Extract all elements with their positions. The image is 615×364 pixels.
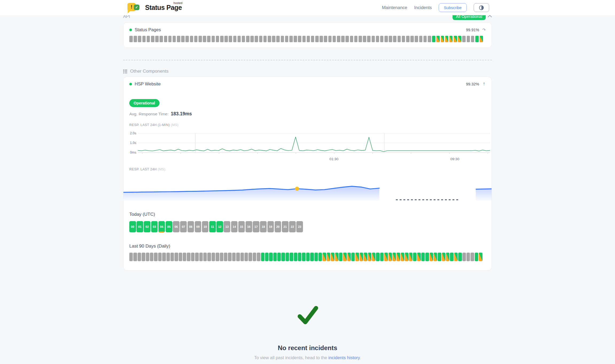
day-block[interactable] — [228, 253, 231, 261]
day-block[interactable] — [216, 253, 219, 261]
hour-block[interactable]: 03 — [151, 221, 158, 232]
uptime-bar[interactable] — [159, 36, 163, 42]
uptime-bar[interactable] — [480, 36, 483, 42]
uptime-bar[interactable] — [406, 36, 410, 42]
uptime-bar[interactable] — [255, 36, 258, 42]
uptime-bar[interactable] — [229, 36, 232, 42]
uptime-bar[interactable] — [177, 36, 180, 42]
uptime-bar[interactable] — [428, 36, 431, 42]
uptime-bar[interactable] — [350, 36, 353, 42]
uptime-bar[interactable] — [462, 36, 466, 42]
day-block[interactable] — [187, 253, 190, 261]
day-block[interactable] — [413, 253, 417, 261]
day-block[interactable] — [322, 253, 326, 261]
collapse-arrow-icon[interactable]: ⇡ — [482, 82, 486, 86]
day-block[interactable] — [318, 253, 322, 261]
day-block[interactable] — [454, 253, 458, 261]
uptime-bar[interactable] — [207, 36, 211, 42]
uptime-bar[interactable] — [337, 36, 340, 42]
uptime-bar[interactable] — [151, 36, 154, 42]
day-block[interactable] — [162, 253, 166, 261]
uptime-bar[interactable] — [376, 36, 379, 42]
uptime-bar[interactable] — [436, 36, 440, 42]
uptime-bar[interactable] — [268, 36, 271, 42]
day-block[interactable] — [158, 253, 162, 261]
uptime-bar[interactable] — [147, 36, 150, 42]
hour-block[interactable]: 12 — [216, 221, 223, 232]
day-block[interactable] — [142, 253, 145, 261]
day-block[interactable] — [347, 253, 351, 261]
uptime-bar[interactable] — [384, 36, 388, 42]
hour-block[interactable]: 17 — [253, 221, 259, 232]
uptime-bar[interactable] — [328, 36, 332, 42]
uptime-bar[interactable] — [276, 36, 280, 42]
day-block[interactable] — [265, 253, 268, 261]
uptime-bar[interactable] — [402, 36, 405, 42]
uptime-bar[interactable] — [307, 36, 310, 42]
hour-block[interactable]: 01 — [137, 221, 143, 232]
hour-block[interactable]: 15 — [238, 221, 245, 232]
day-block[interactable] — [442, 253, 445, 261]
day-block[interactable] — [170, 253, 174, 261]
hour-block[interactable]: 02 — [144, 221, 150, 232]
day-block[interactable] — [261, 253, 264, 261]
uptime-bar[interactable] — [315, 36, 319, 42]
uptime-bar[interactable] — [389, 36, 392, 42]
uptime-bar[interactable] — [289, 36, 293, 42]
uptime-bar[interactable] — [458, 36, 461, 42]
day-block[interactable] — [146, 253, 149, 261]
uptime-bar[interactable] — [302, 36, 306, 42]
day-block[interactable] — [335, 253, 338, 261]
uptime-bar[interactable] — [164, 36, 168, 42]
day-block[interactable] — [195, 253, 198, 261]
day-block[interactable] — [479, 253, 482, 261]
day-block[interactable] — [203, 253, 207, 261]
uptime-bar[interactable] — [372, 36, 375, 42]
hour-block[interactable]: 10 — [202, 221, 209, 232]
day-block[interactable] — [306, 253, 310, 261]
uptime-bar[interactable] — [263, 36, 267, 42]
day-block[interactable] — [212, 253, 215, 261]
day-block[interactable] — [253, 253, 256, 261]
day-block[interactable] — [425, 253, 429, 261]
uptime-bar[interactable] — [216, 36, 219, 42]
subscribe-button[interactable]: Subscribe — [439, 3, 467, 12]
uptime-bar[interactable] — [454, 36, 457, 42]
uptime-bar[interactable] — [203, 36, 206, 42]
hour-block[interactable]: 05 — [166, 221, 172, 232]
day-block[interactable] — [133, 253, 137, 261]
hour-block[interactable]: 23 — [296, 221, 303, 232]
hour-block[interactable]: 07 — [180, 221, 187, 232]
day-block[interactable] — [191, 253, 194, 261]
day-block[interactable] — [174, 253, 178, 261]
hour-block[interactable]: 04 — [158, 221, 165, 232]
uptime-bar[interactable] — [320, 36, 323, 42]
day-block[interactable] — [281, 253, 285, 261]
day-block[interactable] — [240, 253, 244, 261]
hour-block[interactable]: 16 — [246, 221, 252, 232]
hour-block[interactable]: 11 — [209, 221, 216, 232]
day-block[interactable] — [401, 253, 404, 261]
day-block[interactable] — [343, 253, 347, 261]
uptime-bar[interactable] — [354, 36, 358, 42]
day-block[interactable] — [388, 253, 392, 261]
day-block[interactable] — [384, 253, 388, 261]
hour-block[interactable]: 13 — [224, 221, 230, 232]
uptime-bar[interactable] — [441, 36, 444, 42]
hour-block[interactable]: 20 — [275, 221, 281, 232]
uptime-bar[interactable] — [198, 36, 202, 42]
day-block[interactable] — [179, 253, 182, 261]
uptime-bar[interactable] — [194, 36, 198, 42]
chevron-up-icon[interactable] — [488, 15, 492, 19]
day-block[interactable] — [220, 253, 223, 261]
response-time-line-chart[interactable]: 2.0s1.0s0ms01:3009:30 — [129, 130, 490, 161]
hour-block[interactable]: 06 — [173, 221, 180, 232]
uptime-bar[interactable] — [155, 36, 159, 42]
day-block[interactable] — [368, 253, 371, 261]
response-time-area-chart[interactable] — [123, 174, 492, 204]
uptime-bar[interactable] — [142, 36, 146, 42]
uptime-bar[interactable] — [138, 36, 141, 42]
uptime-bar[interactable] — [185, 36, 189, 42]
hour-block[interactable]: 09 — [195, 221, 201, 232]
uptime-bar[interactable] — [298, 36, 301, 42]
